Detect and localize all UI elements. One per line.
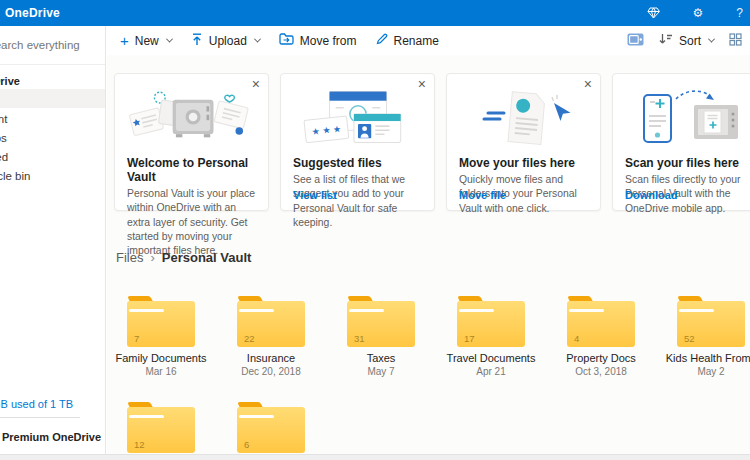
folder-name: Kids Health Froms — [661, 352, 750, 364]
folder-name: Insurance — [221, 352, 321, 364]
folder-tile-property-docs[interactable]: 4 Property Docs Oct 3, 2018 — [551, 296, 651, 377]
folder-tile-row2-1[interactable]: 12 — [111, 402, 211, 453]
card-welcome-personal-vault: × — [114, 73, 269, 211]
horizontal-scrollbar[interactable] — [0, 454, 750, 460]
folder-count: 4 — [574, 333, 579, 344]
folder-count: 7 — [134, 333, 139, 344]
folder-date: Oct 3, 2018 — [551, 366, 651, 377]
command-bar: + New Upload Move from Rename Sort — [107, 26, 750, 55]
folder-tile-kids-health-froms[interactable]: 52 Kids Health Froms May 2 — [661, 296, 750, 377]
help-icon[interactable]: ? — [736, 7, 743, 19]
breadcrumb: Files › Personal Vault — [116, 250, 251, 265]
breadcrumb-separator-icon: › — [150, 250, 154, 265]
app-header: OneDrive ⚙ ? — [0, 0, 750, 26]
close-icon[interactable]: × — [252, 77, 260, 91]
premium-onedrive-link[interactable]: Premium OneDrive — [2, 431, 101, 443]
sidebar-item-recycle-bin[interactable]: Recycle bin — [0, 165, 105, 184]
folder-name: Property Docs — [551, 352, 651, 364]
card-body: Personal Vault is your place within OneD… — [115, 187, 268, 259]
folder-icon: 31 — [347, 296, 415, 347]
folder-date: May 7 — [331, 366, 431, 377]
folder-icon: 17 — [457, 296, 525, 347]
folder-date: May 2 — [661, 366, 750, 377]
sort-arrow-icon — [659, 33, 673, 48]
folder-tile-family-documents[interactable]: 7 Family Documents Mar 16 — [111, 296, 211, 377]
move-file-link[interactable]: Move file — [459, 189, 506, 201]
folder-count: 17 — [464, 333, 475, 344]
folder-date: Apr 21 — [441, 366, 541, 377]
close-icon[interactable]: × — [418, 77, 426, 91]
card-title: Suggested files — [281, 149, 434, 173]
app-title[interactable]: OneDrive — [0, 6, 60, 20]
main-content: × — [107, 55, 750, 460]
chevron-down-icon — [708, 36, 715, 43]
new-button[interactable]: + New — [120, 34, 172, 48]
card-title: Move your files here — [447, 149, 600, 173]
sidebar-title: OneDrive — [0, 70, 105, 89]
folder-tile-insurance[interactable]: 22 Insurance Dec 20, 2018 — [221, 296, 321, 377]
upload-button[interactable]: Upload — [191, 33, 260, 49]
grid-view-icon[interactable] — [729, 32, 742, 50]
folder-icon: 52 — [677, 296, 745, 347]
vault-safe-illustration — [115, 87, 268, 149]
sidebar-item-recent[interactable]: Recent — [0, 108, 105, 127]
toolbar-right: Sort — [627, 26, 742, 55]
folder-icon: 12 — [127, 402, 195, 453]
rename-button[interactable]: Rename — [376, 33, 439, 48]
breadcrumb-personal-vault: Personal Vault — [162, 250, 252, 265]
sidebar-item-shared[interactable]: Shared — [0, 146, 105, 165]
plus-icon: + — [120, 33, 129, 48]
move-folder-icon — [279, 33, 294, 48]
folder-date: Dec 20, 2018 — [221, 366, 321, 377]
sidebar-item-photos[interactable]: Photos — [0, 127, 105, 146]
folder-icon: 4 — [567, 296, 635, 347]
folder-name: Taxes — [331, 352, 431, 364]
sidebar-nav: OneDrive Files Recent Photos Shared Recy… — [0, 70, 105, 184]
folder-tile-row2-2[interactable]: 6 — [221, 402, 321, 453]
search-input[interactable]: Search everything — [0, 26, 105, 65]
folder-count: 6 — [244, 439, 249, 450]
chevron-down-icon — [254, 36, 261, 43]
settings-gear-icon[interactable]: ⚙ — [693, 7, 704, 19]
card-suggested-files: × ★ ★ ★ Suggested files See a list of f — [280, 73, 435, 211]
folder-count: 31 — [354, 333, 365, 344]
sidebar-divider — [0, 417, 80, 418]
vault-lock-icon[interactable] — [627, 32, 644, 50]
suggested-files-illustration: ★ ★ ★ — [281, 87, 434, 149]
header-icons: ⚙ ? — [647, 0, 750, 26]
sidebar-item-files[interactable]: Files — [0, 89, 105, 108]
scan-phone-illustration — [613, 87, 750, 149]
folder-name: Family Documents — [111, 352, 211, 364]
move-document-illustration — [447, 87, 600, 149]
premium-diamond-icon[interactable] — [647, 7, 660, 19]
folder-icon: 6 — [237, 402, 305, 453]
sort-button[interactable]: Sort — [659, 33, 714, 48]
download-link[interactable]: Download — [625, 189, 678, 201]
sidebar: Search everything OneDrive Files Recent … — [0, 26, 106, 460]
breadcrumb-files[interactable]: Files — [116, 250, 143, 265]
folder-count: 22 — [244, 333, 255, 344]
folder-name: Travel Documents — [441, 352, 541, 364]
upload-arrow-icon — [191, 33, 203, 49]
folder-tile-travel-documents[interactable]: 17 Travel Documents Apr 21 — [441, 296, 541, 377]
view-list-link[interactable]: View list — [293, 189, 337, 201]
folder-icon: 22 — [237, 296, 305, 347]
card-title: Scan your files here — [613, 149, 750, 173]
rename-pencil-icon — [376, 33, 388, 48]
search-placeholder: Search everything — [0, 39, 80, 51]
folder-icon: 7 — [127, 296, 195, 347]
chevron-down-icon — [166, 36, 173, 43]
folder-tile-taxes[interactable]: 31 Taxes May 7 — [331, 296, 431, 377]
storage-link[interactable]: GB used of 1 TB — [0, 394, 101, 412]
folder-count: 52 — [684, 333, 695, 344]
card-move-files: × Move your files here Quickly move file… — [446, 73, 601, 211]
card-body: See a list of files that we suggest you … — [281, 173, 434, 230]
close-icon[interactable]: × — [584, 77, 592, 91]
folder-date: Mar 16 — [111, 366, 211, 377]
move-from-button[interactable]: Move from — [279, 33, 357, 48]
folder-count: 12 — [134, 439, 145, 450]
card-title: Welcome to Personal Vault — [115, 149, 268, 187]
card-scan-files: × Scan your files here Scan files direct… — [612, 73, 750, 211]
